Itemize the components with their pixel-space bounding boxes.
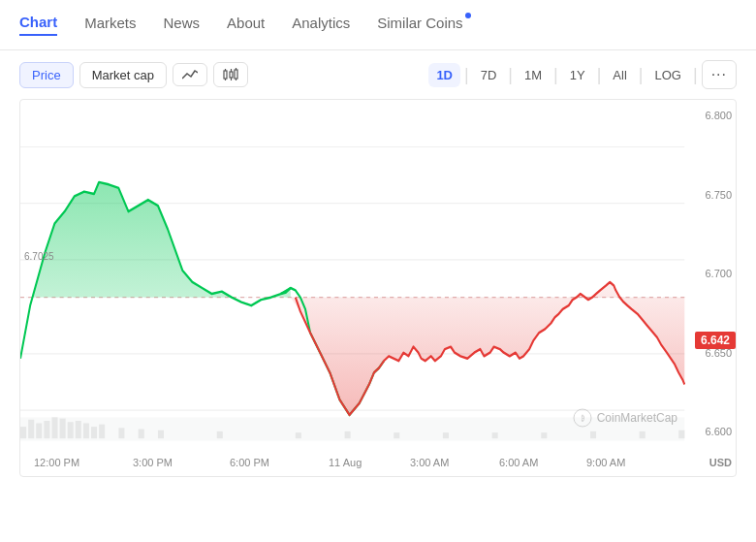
time-1y-button[interactable]: 1Y [562, 63, 593, 87]
x-tick-300pm: 3:00 PM [133, 457, 173, 468]
y-tick-1: 6.800 [689, 110, 732, 121]
tab-navigation: Chart Markets News About Analytics Simil… [0, 0, 756, 50]
svg-rect-3 [230, 72, 233, 78]
x-tick-1200pm: 12:00 PM [34, 457, 79, 468]
svg-text:₿: ₿ [580, 414, 583, 422]
toolbar-right: 1D | 7D | 1M | 1Y | All | LOG | ··· [428, 60, 737, 89]
y-tick-5: 6.600 [689, 426, 732, 437]
y-axis: 6.800 6.750 6.700 6.650 6.600 [685, 100, 736, 476]
candle-chart-button[interactable] [213, 62, 248, 87]
cmc-logo-icon: ₿ [573, 408, 592, 428]
time-7d-button[interactable]: 7D [473, 63, 505, 87]
y-tick-3: 6.700 [689, 268, 732, 279]
candle-icon [223, 68, 238, 81]
toolbar-left: Price Market cap [19, 62, 248, 88]
time-all-button[interactable]: All [605, 63, 634, 87]
chart-toolbar: Price Market cap 1D | 7D | 1M [0, 50, 756, 99]
x-axis: 12:00 PM 3:00 PM 6:00 PM 11 Aug 3:00 AM … [20, 439, 685, 476]
marketcap-button[interactable]: Market cap [79, 62, 167, 88]
time-1m-button[interactable]: 1M [517, 63, 550, 87]
x-tick-900am: 9:00 AM [586, 457, 625, 468]
time-log-button[interactable]: LOG [647, 63, 689, 87]
coinmarketcap-watermark: ₿ CoinMarketCap [573, 408, 677, 428]
usd-currency-label: USD [709, 457, 732, 468]
tab-markets[interactable]: Markets [84, 15, 136, 35]
y-tick-4: 6.650 [689, 347, 732, 359]
baseline-price-label: 6.7025 [24, 251, 54, 262]
tab-about[interactable]: About [227, 15, 265, 35]
x-tick-11aug: 11 Aug [329, 457, 362, 468]
svg-rect-6 [235, 70, 237, 79]
watermark-text: CoinMarketCap [597, 411, 677, 425]
tab-news[interactable]: News [164, 15, 201, 35]
x-tick-600am: 6:00 AM [499, 457, 538, 468]
y-tick-2: 6.750 [689, 189, 732, 201]
more-options-button[interactable]: ··· [702, 60, 737, 89]
tab-analytics[interactable]: Analytics [292, 15, 350, 35]
tab-chart[interactable]: Chart [19, 14, 57, 36]
price-button[interactable]: Price [19, 62, 74, 88]
tab-similar-coins[interactable]: Similar Coins [377, 15, 462, 35]
svg-rect-0 [224, 71, 227, 79]
time-1d-button[interactable]: 1D [428, 63, 460, 87]
line-chart-button[interactable] [173, 63, 207, 86]
x-tick-600pm: 6:00 PM [230, 457, 269, 468]
chart-area: 6.7025 6.642 6.800 6.750 6.700 6.650 6.6… [19, 99, 737, 477]
x-tick-300am: 3:00 AM [410, 457, 449, 468]
line-icon [182, 69, 198, 80]
